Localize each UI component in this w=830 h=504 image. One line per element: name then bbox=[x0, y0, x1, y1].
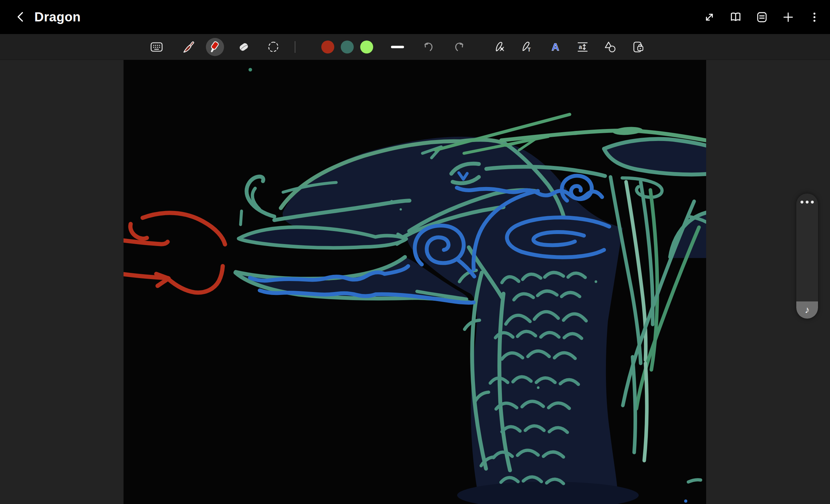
header: Dragon bbox=[0, 0, 830, 34]
add-page-button[interactable] bbox=[781, 10, 795, 24]
expand-button[interactable] bbox=[702, 10, 716, 24]
eraser-icon bbox=[237, 40, 251, 54]
toolbar-divider bbox=[295, 41, 295, 53]
drawing-toolbar: T A a bbox=[0, 34, 830, 60]
undo-button[interactable] bbox=[421, 40, 436, 54]
stroke-width-button[interactable] bbox=[390, 40, 405, 54]
lasso-select-icon bbox=[266, 40, 281, 54]
brush-tool-button[interactable] bbox=[182, 40, 196, 54]
color-swatch-green[interactable] bbox=[359, 40, 374, 54]
redo-icon bbox=[452, 40, 467, 54]
drawing-canvas[interactable] bbox=[124, 60, 706, 504]
teal-swatch-circle bbox=[341, 40, 354, 54]
font-style-a-icon: A bbox=[548, 40, 563, 54]
audio-handle-button[interactable]: ♪ bbox=[796, 301, 818, 318]
note-title: Dragon bbox=[34, 0, 81, 34]
music-note-icon: ♪ bbox=[805, 305, 809, 315]
kebab-menu-icon bbox=[808, 11, 821, 24]
red-swatch-circle bbox=[321, 40, 334, 54]
mane-strokes bbox=[610, 177, 699, 461]
marker-tool-button[interactable] bbox=[208, 40, 222, 54]
back-chevron-icon bbox=[13, 10, 28, 24]
green-swatch-circle bbox=[360, 40, 373, 54]
reading-mode-button[interactable] bbox=[729, 10, 743, 24]
text-size-button[interactable]: a bbox=[575, 40, 590, 54]
redo-button[interactable] bbox=[452, 40, 467, 54]
page-list-button[interactable] bbox=[755, 10, 769, 24]
notes-app-window: Dragon bbox=[0, 0, 830, 504]
svg-text:A: A bbox=[551, 41, 559, 53]
svg-text:a: a bbox=[579, 44, 582, 50]
plus-icon bbox=[782, 11, 795, 24]
keyboard-icon bbox=[150, 40, 164, 54]
shapes-button[interactable] bbox=[603, 40, 617, 54]
open-book-icon bbox=[729, 10, 742, 24]
text-size-icon: a bbox=[575, 40, 590, 54]
marker-icon bbox=[208, 39, 222, 55]
eraser-tool-button[interactable] bbox=[237, 40, 251, 54]
lock-icon bbox=[631, 40, 645, 54]
color-swatch-teal[interactable] bbox=[340, 40, 354, 54]
font-style-button[interactable]: A bbox=[548, 40, 563, 54]
lock-canvas-button[interactable] bbox=[631, 40, 645, 54]
header-actions bbox=[702, 0, 822, 34]
undo-icon bbox=[421, 40, 436, 54]
back-button[interactable] bbox=[13, 10, 28, 24]
keyboard-tool-button[interactable] bbox=[150, 40, 164, 54]
pen-to-text-button[interactable]: T bbox=[520, 40, 535, 54]
lasso-select-tool-button[interactable] bbox=[266, 40, 281, 54]
panel-drag-dots-icon[interactable] bbox=[796, 201, 818, 204]
more-options-button[interactable] bbox=[807, 10, 822, 24]
audio-side-panel[interactable]: ♪ bbox=[796, 194, 818, 318]
pen-text-icon: T bbox=[520, 40, 535, 54]
svg-text:T: T bbox=[528, 47, 531, 53]
stroke-width-icon bbox=[390, 40, 405, 54]
color-swatch-red[interactable] bbox=[321, 40, 335, 54]
pen-sparkle-icon bbox=[493, 40, 507, 54]
page-list-icon bbox=[756, 11, 768, 24]
green-dot bbox=[249, 68, 252, 72]
expand-icon bbox=[703, 11, 716, 24]
dragon-drawing bbox=[124, 60, 706, 504]
brush-icon bbox=[182, 40, 196, 54]
pen-beautify-button[interactable] bbox=[493, 40, 507, 54]
shapes-icon bbox=[603, 40, 617, 54]
red-fire-strokes bbox=[124, 213, 225, 293]
blue-dot bbox=[684, 500, 687, 503]
